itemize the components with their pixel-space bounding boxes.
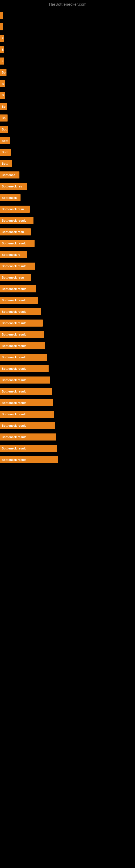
bar-row: B [0, 79, 135, 89]
bar-item: Bottleneck resu [0, 228, 31, 236]
bar-row: Bottleneck result [0, 295, 135, 305]
bar-row: Bottleneck result [0, 261, 135, 271]
bar-row: Bottleneck result [0, 364, 135, 374]
bar-row: Bottleneck result [0, 409, 135, 420]
bar-item: Bottleneck result [0, 399, 53, 406]
bar-item: Bottleneck result [0, 297, 38, 304]
bar-item: Bottlenec [0, 172, 19, 179]
bar-item: Bottl [0, 149, 11, 156]
site-title: TheBottlenecker.com [0, 0, 135, 8]
bar-item: Bottleneck result [0, 456, 58, 463]
bar-row: Bottleneck result [0, 284, 135, 294]
bar-row: Bottleneck result [0, 443, 135, 454]
bar-row: B [0, 44, 135, 55]
bar-row: Bottleneck result [0, 329, 135, 340]
bar-row: Bottleneck result [0, 398, 135, 408]
bar-row: Bottleneck result [0, 386, 135, 397]
bar-row: Bottleneck resu [0, 227, 135, 237]
bar-row: Bottleneck result [0, 455, 135, 465]
bar-row: Bottlenec [0, 170, 135, 180]
bar-row: E [0, 33, 135, 43]
bar-row: B [0, 90, 135, 100]
bar-item: Bottl [0, 137, 10, 144]
bar-item: Bottleneck result [0, 411, 54, 418]
bar-row: Bo [0, 67, 135, 78]
bar-row: Bottleneck resu [0, 272, 135, 283]
bar-item: Bottleneck result [0, 354, 47, 361]
bar-item: E [0, 35, 4, 42]
bar-item: Bottleneck result [0, 342, 45, 349]
bar-row [0, 10, 135, 21]
bars-container: EBEBoBBBoBoBotBottlBottlBottlBottlenecBo… [0, 8, 135, 466]
bar-row: Bottleneck result [0, 318, 135, 328]
bar-row: Bottleneck result [0, 238, 135, 248]
bar-row: Bottleneck result [0, 352, 135, 362]
bar-row: Bottleneck res [0, 181, 135, 191]
bar-row [0, 22, 135, 32]
bar-item: B [0, 80, 5, 87]
bar-item: Bottleneck result [0, 308, 41, 315]
bar-item: Bottleneck resu [0, 274, 31, 281]
bar-row: Bottleneck result [0, 307, 135, 317]
bar-row: Bottl [0, 158, 135, 169]
bar-row: Bottl [0, 135, 135, 146]
bar-item: B [0, 46, 4, 53]
bar-row: Bottleneck result [0, 375, 135, 385]
bar-row: Bo [0, 113, 135, 123]
bar-item: Bottleneck result [0, 376, 50, 383]
bar-item: Bot [0, 126, 8, 133]
bar-item: Bottleneck result [0, 331, 44, 338]
bar-row: Bo [0, 101, 135, 112]
bar-item: Bottleneck result [0, 365, 49, 372]
bar-row: Bottleneck result [0, 215, 135, 226]
bar-item: E [0, 58, 4, 65]
bar-row: Bottleneck result [0, 432, 135, 442]
bar-row: E [0, 56, 135, 66]
bar-item: Bottl [0, 160, 12, 167]
bar-item: Bottleneck result [0, 422, 55, 429]
bar-item [0, 12, 3, 19]
bar-item: Bottleneck result [0, 433, 56, 440]
bar-item: Bottleneck re [0, 251, 27, 258]
bar-item: B [0, 92, 5, 99]
bar-item [0, 23, 3, 30]
bar-row: Bottleneck [0, 193, 135, 203]
bar-item: Bottleneck result [0, 445, 57, 452]
bar-item: Bo [0, 103, 7, 110]
bar-item: Bo [0, 69, 6, 76]
bar-item: Bottleneck [0, 194, 20, 201]
bar-row: Bottleneck re [0, 250, 135, 260]
bar-row: Bot [0, 124, 135, 134]
bar-item: Bo [0, 115, 8, 122]
bar-item: Bottleneck result [0, 240, 35, 247]
bar-item: Bottleneck resu [0, 206, 30, 213]
bar-row: Bottleneck resu [0, 204, 135, 214]
bar-item: Bottleneck result [0, 285, 36, 292]
bar-row: Bottl [0, 147, 135, 157]
bar-item: Bottleneck result [0, 319, 43, 327]
bar-item: Bottleneck result [0, 217, 34, 224]
bar-item: Bottleneck res [0, 183, 27, 190]
bar-item: Bottleneck result [0, 388, 52, 395]
bar-row: Bottleneck result [0, 341, 135, 351]
bar-row: Bottleneck result [0, 421, 135, 431]
bar-item: Bottleneck result [0, 262, 35, 270]
